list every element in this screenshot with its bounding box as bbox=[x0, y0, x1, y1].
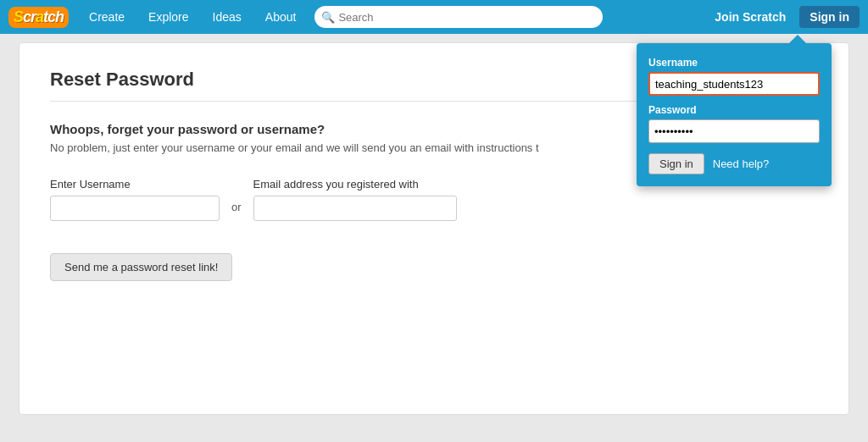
nav-right: Join Scratch Sign in bbox=[706, 6, 860, 28]
email-group: Email address you registered with bbox=[253, 178, 457, 221]
search-icon: 🔍 bbox=[321, 11, 335, 24]
nav-create[interactable]: Create bbox=[77, 0, 136, 34]
nav-ideas[interactable]: Ideas bbox=[201, 0, 253, 34]
username-label: Enter Username bbox=[50, 178, 220, 191]
search-input[interactable] bbox=[314, 6, 603, 28]
nav-explore[interactable]: Explore bbox=[136, 0, 200, 34]
or-text: or bbox=[231, 185, 242, 213]
content-area: Reset Password Whoops, forget your passw… bbox=[19, 42, 849, 415]
username-input[interactable] bbox=[50, 196, 220, 221]
signin-row: Sign in Need help? bbox=[648, 153, 820, 174]
submit-reset-button[interactable]: Send me a password reset link! bbox=[50, 253, 232, 281]
search-bar: 🔍 bbox=[314, 6, 603, 28]
username-group: Enter Username bbox=[50, 178, 220, 221]
signin-username-label: Username bbox=[648, 57, 820, 69]
signin-dropdown: Username Password Sign in Need help? bbox=[637, 43, 832, 186]
signin-submit-button[interactable]: Sign in bbox=[648, 153, 704, 174]
reset-password-description: No problem, just enter your username or … bbox=[50, 141, 643, 154]
sign-in-nav-button[interactable]: Sign in bbox=[799, 6, 860, 28]
need-help-link[interactable]: Need help? bbox=[713, 157, 770, 170]
signin-password-label: Password bbox=[648, 104, 820, 116]
signin-username-input[interactable] bbox=[648, 72, 820, 96]
signin-password-input[interactable] bbox=[648, 119, 820, 143]
navbar: Scratch Create Explore Ideas About 🔍 Joi… bbox=[0, 0, 868, 34]
email-input[interactable] bbox=[253, 196, 457, 221]
nav-links: Create Explore Ideas About bbox=[77, 0, 308, 34]
nav-about[interactable]: About bbox=[253, 0, 309, 34]
join-scratch-button[interactable]: Join Scratch bbox=[706, 10, 794, 24]
email-label: Email address you registered with bbox=[253, 178, 457, 191]
scratch-logo[interactable]: Scratch bbox=[8, 7, 69, 28]
logo-area[interactable]: Scratch bbox=[8, 7, 69, 28]
